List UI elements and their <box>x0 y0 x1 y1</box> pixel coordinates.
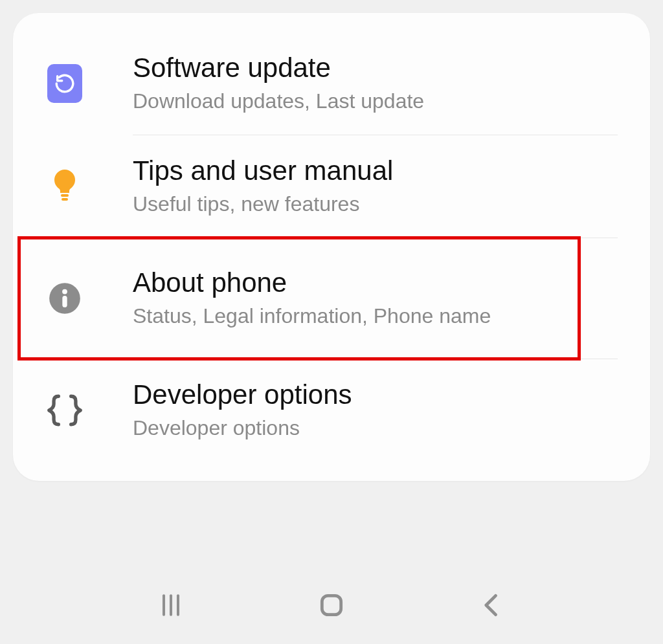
svg-rect-8 <box>322 595 341 614</box>
svg-rect-0 <box>61 194 69 197</box>
item-title: Software update <box>133 52 618 84</box>
svg-point-3 <box>62 289 67 294</box>
lightbulb-icon <box>45 167 84 206</box>
code-braces-icon <box>45 391 84 430</box>
info-icon <box>45 279 84 318</box>
item-title: Tips and user manual <box>133 155 618 187</box>
item-title: About phone <box>133 267 546 299</box>
item-subtitle: Download updates, Last update <box>133 88 618 115</box>
navigation-bar <box>0 579 663 631</box>
item-subtitle: Useful tips, new features <box>133 191 618 218</box>
item-subtitle: Status, Legal information, Phone name <box>133 303 546 330</box>
update-icon <box>45 64 84 103</box>
settings-item-tips[interactable]: Tips and user manual Useful tips, new fe… <box>13 135 650 238</box>
settings-item-about-phone[interactable]: About phone Status, Legal information, P… <box>19 238 579 359</box>
recents-button[interactable] <box>152 586 190 625</box>
item-subtitle: Developer options <box>133 415 618 442</box>
settings-item-developer-options[interactable]: Developer options Developer options <box>13 359 650 461</box>
svg-rect-4 <box>62 296 67 307</box>
svg-rect-1 <box>62 198 68 201</box>
back-button[interactable] <box>473 586 511 625</box>
settings-item-software-update[interactable]: Software update Download updates, Last u… <box>13 32 650 135</box>
settings-list: Software update Download updates, Last u… <box>13 13 650 481</box>
item-title: Developer options <box>133 379 618 411</box>
home-button[interactable] <box>312 586 351 625</box>
